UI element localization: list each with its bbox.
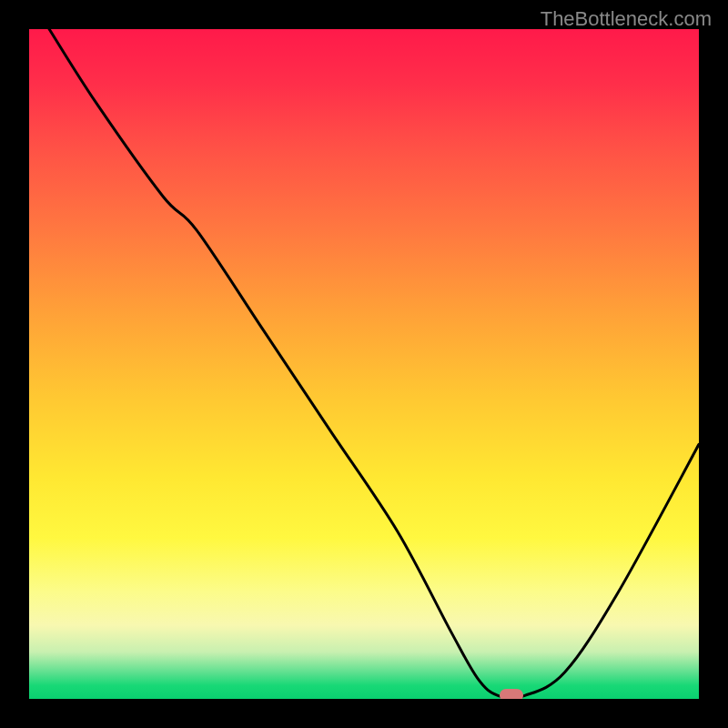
plot-area — [29, 29, 699, 699]
optimum-marker — [500, 689, 523, 699]
bottleneck-curve — [29, 29, 699, 699]
chart-container: TheBottleneck.com — [0, 0, 728, 728]
watermark-text: TheBottleneck.com — [541, 7, 712, 31]
